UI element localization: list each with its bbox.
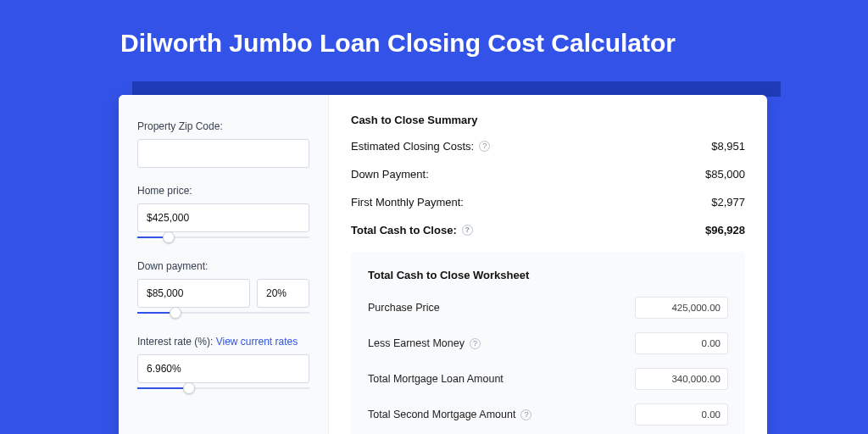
summary-row-label: Down Payment: bbox=[351, 168, 429, 181]
summary-row: First Monthly Payment: $2,977 bbox=[351, 196, 745, 209]
help-icon[interactable]: ? bbox=[520, 409, 531, 420]
worksheet-row: Purchase Price bbox=[368, 297, 728, 319]
worksheet-row-label: Total Second Mortgage Amount bbox=[368, 409, 515, 420]
worksheet-row: Total Mortgage Loan Amount bbox=[368, 368, 728, 390]
summary-row-label: First Monthly Payment: bbox=[351, 196, 464, 209]
view-current-rates-link[interactable]: View current rates bbox=[216, 336, 298, 348]
worksheet-row: Less Earnest Money ? bbox=[368, 332, 728, 354]
zip-input[interactable] bbox=[137, 139, 309, 168]
home-price-label: Home price: bbox=[137, 185, 309, 197]
down-payment-pct-input[interactable] bbox=[257, 279, 309, 308]
summary-row-value: $2,977 bbox=[711, 196, 745, 209]
zip-label: Property Zip Code: bbox=[137, 120, 309, 132]
down-payment-input[interactable] bbox=[137, 279, 250, 308]
summary-row-total: Total Cash to Close: ? $96,928 bbox=[351, 224, 745, 236]
cash-to-close-worksheet: Total Cash to Close Worksheet Purchase P… bbox=[351, 252, 745, 434]
results-panel: Cash to Close Summary Estimated Closing … bbox=[329, 95, 767, 434]
page-title: Dilworth Jumbo Loan Closing Cost Calcula… bbox=[0, 0, 868, 76]
worksheet-row-input[interactable] bbox=[635, 403, 728, 426]
cash-to-close-summary-title: Cash to Close Summary bbox=[351, 114, 745, 126]
down-payment-label: Down payment: bbox=[137, 260, 309, 272]
worksheet-row: Total Second Mortgage Amount ? bbox=[368, 403, 728, 426]
zip-field-block: Property Zip Code: bbox=[137, 120, 309, 168]
summary-row-value: $8,951 bbox=[711, 140, 745, 153]
slider-thumb[interactable] bbox=[170, 307, 181, 319]
help-icon[interactable]: ? bbox=[462, 225, 473, 236]
worksheet-row-input[interactable] bbox=[635, 297, 728, 319]
worksheet-title: Total Cash to Close Worksheet bbox=[368, 269, 728, 281]
slider-fill bbox=[137, 387, 189, 389]
summary-row: Estimated Closing Costs: ? $8,951 bbox=[351, 140, 745, 153]
summary-row-value: $96,928 bbox=[705, 224, 745, 236]
worksheet-row-input[interactable] bbox=[635, 332, 728, 354]
interest-rate-field-block: Interest rate (%): View current rates bbox=[137, 336, 309, 394]
slider-thumb[interactable] bbox=[163, 231, 175, 243]
interest-rate-label: Interest rate (%): View current rates bbox=[137, 336, 309, 348]
slider-thumb[interactable] bbox=[183, 382, 195, 394]
summary-row-label: Estimated Closing Costs: bbox=[351, 140, 474, 153]
worksheet-row-label: Less Earnest Money bbox=[368, 337, 465, 349]
interest-rate-slider[interactable] bbox=[137, 382, 309, 394]
calculator-card: Property Zip Code: Home price: Down paym… bbox=[119, 95, 767, 434]
home-price-slider[interactable] bbox=[137, 231, 309, 243]
home-price-input[interactable] bbox=[137, 203, 309, 232]
summary-row-value: $85,000 bbox=[705, 168, 745, 181]
help-icon[interactable]: ? bbox=[470, 338, 481, 349]
worksheet-row-label: Purchase Price bbox=[368, 302, 440, 314]
down-payment-field-block: Down payment: bbox=[137, 260, 309, 319]
inputs-sidebar: Property Zip Code: Home price: Down paym… bbox=[119, 95, 329, 434]
summary-row-label: Total Cash to Close: bbox=[351, 224, 457, 236]
home-price-field-block: Home price: bbox=[137, 185, 309, 243]
help-icon[interactable]: ? bbox=[479, 141, 490, 152]
worksheet-row-label: Total Mortgage Loan Amount bbox=[368, 373, 504, 385]
interest-rate-input[interactable] bbox=[137, 354, 309, 383]
summary-row: Down Payment: $85,000 bbox=[351, 168, 745, 181]
down-payment-slider[interactable] bbox=[137, 307, 309, 319]
interest-rate-label-text: Interest rate (%): bbox=[137, 336, 216, 348]
worksheet-row-input[interactable] bbox=[635, 368, 728, 390]
